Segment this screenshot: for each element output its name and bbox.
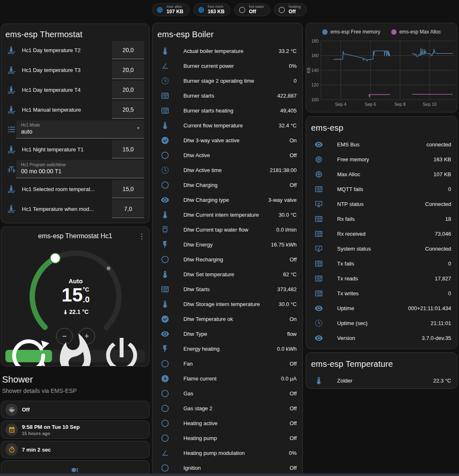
entity-label: Ignition	[183, 465, 285, 471]
number-input[interactable]: 7,0	[112, 200, 144, 218]
entity-row[interactable]: Energy heating0.0 kWh	[152, 341, 302, 356]
number-input[interactable]: 15,0	[112, 180, 144, 198]
mode-heat-button[interactable]	[52, 350, 99, 362]
entity-row[interactable]: Actual boiler temperature33.2 °C	[152, 43, 302, 58]
shower-card[interactable]: 7 min 2 sec	[1, 441, 150, 458]
entity-row[interactable]: Heating pump modulation0%	[152, 445, 302, 460]
entity-row[interactable]: Uptime (sec)21:11:01	[306, 316, 457, 330]
entity-row[interactable]: Dhw Charging type3-way valve	[152, 192, 302, 207]
valve-icon	[7, 165, 16, 174]
entity-row[interactable]: Tx reads17,827	[306, 271, 457, 286]
system-card: ems-esp EMS BusconnectedFree memory163 K…	[306, 116, 457, 349]
target-temperature: 15	[62, 285, 83, 304]
number-input[interactable]: 20,0	[112, 61, 144, 79]
status-pill-free-mem[interactable]: free mem163 KB	[193, 3, 231, 16]
entity-row[interactable]: Dhw ActiveOff	[152, 148, 302, 163]
entity-row[interactable]: Burner current power0%	[152, 58, 302, 73]
entity-row[interactable]: Dhw Starts373,482	[152, 282, 302, 297]
number-input[interactable]: 20,0	[112, 81, 144, 99]
entity-value: On	[290, 316, 297, 322]
number-input[interactable]: 20,0	[112, 41, 144, 59]
entity-value: 422,887	[277, 93, 297, 99]
entity-row[interactable]: Rx fails18	[306, 211, 457, 226]
entity-row[interactable]: System statusConnected	[306, 241, 457, 256]
entity-value: 17,827	[435, 275, 451, 282]
x-tick-label: Sep 4	[335, 102, 347, 107]
more-options-icon[interactable]: ⋮	[138, 232, 146, 241]
entity-row[interactable]: Dhw Typeflow	[152, 326, 302, 341]
entity-label: Dhw Set temperature	[183, 271, 279, 277]
entity-row[interactable]: Dhw Active time2181:38:00	[152, 163, 302, 177]
counter-icon	[161, 91, 169, 100]
circle-icon	[278, 6, 285, 14]
entity-row[interactable]: Zolder22.3 °C	[306, 373, 457, 388]
entity-label: Heating pump	[183, 435, 285, 441]
entity-label: Flame current	[183, 376, 277, 382]
entity-label: Gas	[183, 390, 285, 397]
entity-row[interactable]: EMS Busconnected	[306, 137, 457, 152]
mode-select[interactable]: Hc1 Modeauto▼	[16, 120, 144, 139]
entity-row[interactable]: Flame current0.0 µA	[152, 371, 302, 386]
text-input[interactable]: Hc1 Program switchtime00 mo 00:00 T1	[16, 160, 144, 178]
counter-icon	[161, 285, 169, 294]
entity-value: Off	[290, 152, 297, 158]
entity-row[interactable]: Current flow temperature32.4 °C	[152, 118, 302, 133]
entity-row[interactable]: Dhw Storage intern temperature30.0 °C	[152, 297, 302, 311]
bottom-scrollbar[interactable]	[0, 474, 459, 476]
entity-row[interactable]: Free memory163 KB	[306, 152, 457, 167]
setting-label: Hc1 Day temperature T2	[22, 47, 112, 53]
entity-row[interactable]: Rx received73,046	[306, 226, 457, 241]
setting-label: Hc1 Day temperature T3	[22, 67, 112, 73]
entity-row[interactable]: Heating pumpOff	[152, 431, 302, 445]
entity-row[interactable]: Burner stage 2 operating time0	[152, 73, 302, 88]
thermometer-waves-icon	[7, 184, 16, 194]
entity-row[interactable]: Version3.7.0-dev.35	[306, 330, 457, 345]
entity-row[interactable]: GasOff	[152, 386, 302, 401]
entity-row[interactable]: Tx writes0	[306, 286, 457, 301]
entity-row[interactable]: Dhw 3-way valve activeOn	[152, 133, 302, 148]
shower-card[interactable]: 9:58 PM on Tue 10 Sep15 hours ago	[1, 421, 150, 439]
entity-row[interactable]: Burner starts422,887	[152, 88, 302, 103]
entity-row[interactable]: Gas stage 2Off	[152, 401, 302, 416]
entity-row[interactable]: Dhw Energy16.75 kWh	[152, 237, 302, 252]
circle-icon	[161, 434, 169, 443]
entity-row[interactable]: Dhw Current tap water flow0.0 l/min	[152, 222, 302, 237]
entity-row[interactable]: FanOff	[152, 356, 302, 371]
thermometer-waves-icon	[7, 145, 16, 154]
shower-subtitle: Shower details via EMS-ESP	[2, 387, 77, 394]
entity-row[interactable]: Burner starts heating49,405	[152, 103, 302, 118]
y-tick-label: 100	[311, 97, 319, 102]
bathtub-icon	[5, 404, 18, 416]
shower-card[interactable]: Off	[1, 401, 150, 419]
number-input[interactable]: 20,5	[112, 100, 144, 119]
entity-row[interactable]: Dhw ChargingOff	[152, 177, 302, 192]
mode-auto-button[interactable]: A	[5, 350, 52, 362]
thermostat-row: Hc1 Selected room temperat...15,0	[1, 179, 149, 199]
status-pill-heating[interactable]: heatingOff	[274, 3, 307, 16]
entity-label: Burner starts heating	[183, 108, 276, 114]
entity-row[interactable]: Dhw Temperature okOn	[152, 311, 302, 326]
entity-row[interactable]: Max Alloc107 KB	[306, 167, 457, 182]
entity-row[interactable]: NTP statusConnected	[306, 196, 457, 211]
entity-row[interactable]: Dhw Set temperature62 °C	[152, 267, 302, 282]
entity-row[interactable]: Dhw Current intern temperature30.0 °C	[152, 207, 302, 222]
status-pill-max-alloc[interactable]: max alloc107 KB	[152, 3, 190, 16]
number-input[interactable]: 15,0	[112, 140, 144, 158]
flash-icon	[161, 344, 169, 353]
entity-row[interactable]: Tx fails0	[306, 256, 457, 271]
entity-row[interactable]: MQTT fails0	[306, 182, 457, 196]
thermometer-icon	[161, 270, 169, 279]
dial-readout: Auto 15 °C .0 22.1 °C	[1, 242, 150, 315]
counter-icon	[314, 274, 323, 283]
entity-value: Connected	[425, 246, 451, 252]
mode-off-button[interactable]	[98, 350, 145, 362]
entity-row[interactable]: IgnitionOff	[152, 460, 302, 475]
entity-row[interactable]: Heating activeOff	[152, 416, 302, 431]
entity-row[interactable]: Uptime000+21:11:01.434	[306, 301, 457, 316]
calendar-icon	[5, 423, 18, 436]
entity-label: Dhw Temperature ok	[183, 316, 285, 322]
entity-label: Tx fails	[337, 261, 444, 267]
pill-value: Off	[249, 9, 264, 14]
status-pill-hot-water[interactable]: hot waterOff	[234, 3, 270, 16]
entity-row[interactable]: Dhw RechargingOff	[152, 252, 302, 267]
